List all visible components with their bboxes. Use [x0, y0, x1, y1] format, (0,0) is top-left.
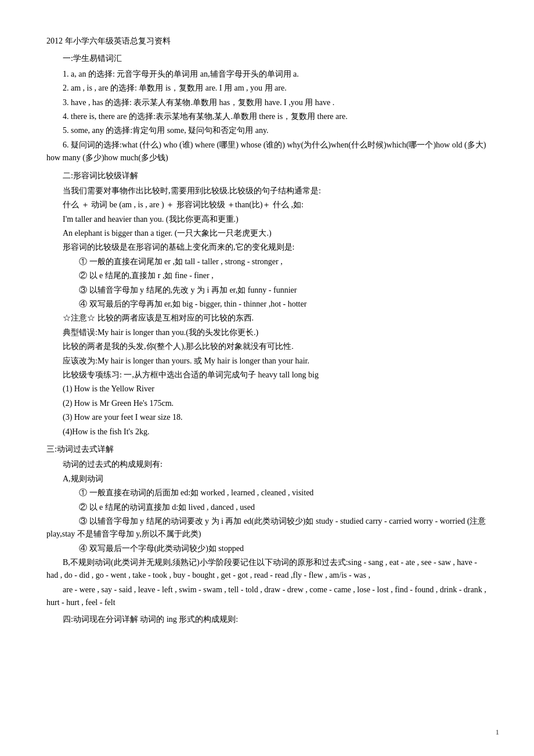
section2-rule1: ① 一般的直接在词尾加 er ,如 tall - taller , strong… — [46, 255, 488, 268]
section3-sub-b: B,不规则动词(此类词并无规则,须熟记)小学阶段要记住以下动词的原形和过去式:s… — [46, 556, 488, 582]
item-1-5: 5. some, any 的选择:肯定句用 some, 疑问句和否定句用 any… — [46, 124, 488, 137]
section2-note: ☆注意☆ 比较的两者应该是互相对应的可比较的东西. — [46, 312, 488, 325]
section3-a-rule3: ③ 以辅音字母加 y 结尾的动词要改 y 为 i 再加 ed(此类动词较少)如 … — [46, 515, 488, 541]
item-1-1: 1. a, an 的选择: 元音字母开头的单词用 an,辅音字母开头的单词用 a… — [46, 68, 488, 81]
section2-error-explain: 比较的两者是我的头发,你(整个人),那么比较的对象就没有可比性. — [46, 340, 488, 353]
section4-heading: 四:动词现在分词详解 动词的 ing 形式的构成规则: — [46, 613, 488, 626]
page-number: 1 — [496, 726, 500, 739]
page-title: 2012 年小学六年级英语总复习资料 — [46, 35, 488, 48]
section2-q2: (2) How is Mr Green He's 175cm. — [46, 397, 488, 410]
section2-rule2: ② 以 e 结尾的,直接加 r ,如 fine - finer , — [46, 269, 488, 282]
section2-heading: 二:形容词比较级详解 — [46, 170, 488, 182]
item-1-6: 6. 疑问词的选择:what (什么) who (谁) where (哪里) w… — [46, 139, 488, 165]
section3-a-rule1: ① 一般直接在动词的后面加 ed:如 worked , learned , cl… — [46, 487, 488, 499]
section2-rule3: ③ 以辅音字母加 y 结尾的,先改 y 为 i 再加 er,如 funny - … — [46, 284, 488, 297]
section2-q4: (4)How is the fish It's 2kg. — [46, 426, 488, 438]
section2-formula: 什么 ＋ 动词 be (am , is , are ) ＋ 形容词比较级 ＋th… — [46, 199, 488, 211]
section3-a-rule4: ④ 双写最后一个字母(此类动词较少)如 stopped — [46, 542, 488, 555]
section2-example1: I'm taller and heavier than you. (我比你更高和… — [46, 213, 488, 226]
section2-exercise-title: 比较级专项练习: 一,从方框中选出合适的单词完成句子 heavy tall lo… — [46, 369, 488, 381]
section3-heading: 三:动词过去式详解 — [46, 443, 488, 456]
item-1-3: 3. have , has 的选择: 表示某人有某物.单数用 has，复数用 h… — [46, 96, 488, 109]
section2-intro: 当我们需要对事物作出比较时,需要用到比较级.比较级的句子结构通常是: — [46, 185, 488, 197]
section2-q1: (1) How is the Yellow River — [46, 383, 488, 395]
section3-intro: 动词的过去式的构成规则有: — [46, 458, 488, 471]
section2-rule4: ④ 双写最后的字母再加 er,如 big - bigger, thin - th… — [46, 298, 488, 311]
section2-typical-error: 典型错误:My hair is longer than you.(我的头发比你更… — [46, 326, 488, 339]
section2-q3: (3) How are your feet I wear size 18. — [46, 411, 488, 424]
section1-heading: 一:学生易错词汇 — [46, 52, 488, 65]
item-1-4: 4. there is, there are 的选择:表示某地有某物,某人.单数… — [46, 110, 488, 123]
section3-a-rule2: ② 以 e 结尾的动词直接加 d:如 lived , danced , used — [46, 501, 488, 514]
section2-correction: 应该改为:My hair is longer than yours. 或 My … — [46, 355, 488, 368]
section3-sub-a: A,规则动词 — [46, 473, 488, 485]
section2-rules-intro: 形容词的比较级是在形容词的基础上变化而来的,它的变化规则是: — [46, 241, 488, 254]
section3-sub-b-cont: are - were , say - said , leave - left ,… — [46, 584, 488, 610]
section2-example2: An elephant is bigger than a tiger. (一只大… — [46, 227, 488, 240]
item-1-2: 2. am , is , are 的选择: 单数用 is，复数用 are. I … — [46, 82, 488, 95]
page-container: 2012 年小学六年级英语总复习资料 一:学生易错词汇 1. a, an 的选择… — [0, 0, 534, 756]
